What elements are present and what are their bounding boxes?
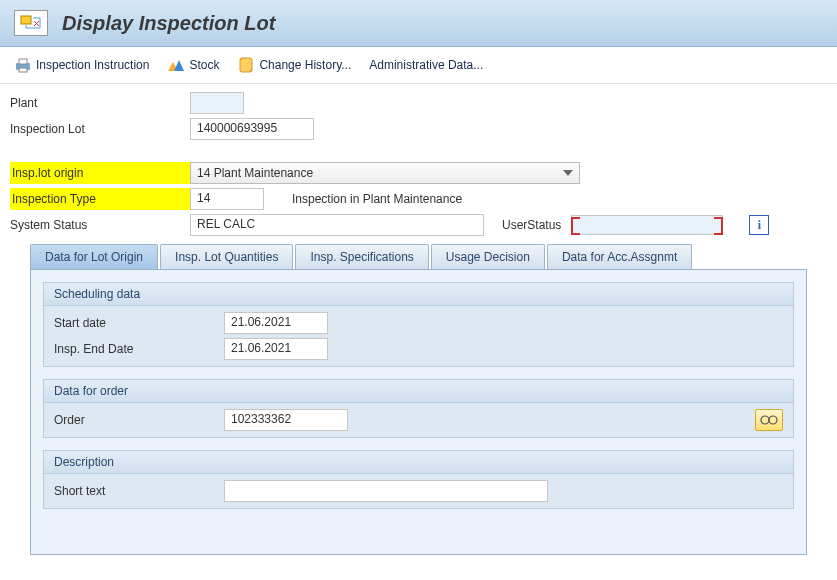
system-status-value: REL CALC <box>190 214 484 236</box>
tab-panel: Scheduling data Start date 21.06.2021 In… <box>30 269 807 555</box>
svg-point-5 <box>761 416 769 424</box>
glasses-icon <box>760 414 778 426</box>
origin-field: Insp.lot origin 14 Plant Maintenance <box>10 160 827 186</box>
stock-button[interactable]: Stock <box>167 56 219 74</box>
origin-dropdown[interactable]: 14 Plant Maintenance <box>190 162 580 184</box>
plant-value <box>190 92 244 114</box>
short-text-label: Short text <box>54 484 224 498</box>
description-group: Description Short text <box>43 450 794 509</box>
chevron-down-icon <box>563 170 573 176</box>
stock-label: Stock <box>189 58 219 72</box>
bracket-right-icon <box>714 217 723 235</box>
end-date-label: Insp. End Date <box>54 342 224 356</box>
admin-data-button[interactable]: Administrative Data... <box>369 58 483 72</box>
printer-icon <box>14 56 32 74</box>
inspection-type-value: 14 <box>190 188 264 210</box>
page-title: Display Inspection Lot <box>62 12 275 35</box>
tab-usage-decision[interactable]: Usage Decision <box>431 244 545 269</box>
title-bar: Display Inspection Lot <box>0 0 837 47</box>
inspection-lot-value: 140000693995 <box>190 118 314 140</box>
info-button[interactable]: i <box>749 215 769 235</box>
app-window: Display Inspection Lot Inspection Instru… <box>0 0 837 580</box>
system-status-label: System Status <box>10 218 190 232</box>
user-status-label: UserStatus <box>502 218 561 232</box>
origin-label: Insp.lot origin <box>10 162 190 184</box>
tab-strip: Data for Lot Origin Insp. Lot Quantities… <box>10 244 827 269</box>
order-group: Data for order Order 102333362 <box>43 379 794 438</box>
change-history-label: Change History... <box>259 58 351 72</box>
tab-data-for-acc-assgnmt[interactable]: Data for Acc.Assgnmt <box>547 244 692 269</box>
inspection-lot-field: Inspection Lot 140000693995 <box>10 116 827 142</box>
app-icon <box>14 10 48 36</box>
admin-data-label: Administrative Data... <box>369 58 483 72</box>
order-detail-button[interactable] <box>755 409 783 431</box>
origin-value: 14 Plant Maintenance <box>197 166 313 180</box>
end-date-value: 21.06.2021 <box>224 338 328 360</box>
inspection-instruction-label: Inspection Instruction <box>36 58 149 72</box>
bracket-left-icon <box>571 217 580 235</box>
tab-data-for-lot-origin[interactable]: Data for Lot Origin <box>30 244 158 269</box>
inspection-instruction-button[interactable]: Inspection Instruction <box>14 56 149 74</box>
start-date-value: 21.06.2021 <box>224 312 328 334</box>
order-label: Order <box>54 413 224 427</box>
short-text-value <box>224 480 548 502</box>
start-date-label: Start date <box>54 316 224 330</box>
plant-field: Plant <box>10 90 827 116</box>
order-group-title: Data for order <box>44 380 793 403</box>
scheduling-group: Scheduling data Start date 21.06.2021 In… <box>43 282 794 367</box>
inspection-type-field: Inspection Type 14 Inspection in Plant M… <box>10 186 827 212</box>
scroll-icon <box>237 56 255 74</box>
system-status-field: System Status REL CALC UserStatus i <box>10 212 827 238</box>
inspection-type-label: Inspection Type <box>10 188 190 210</box>
svg-point-6 <box>769 416 777 424</box>
user-status-value <box>571 215 723 235</box>
description-group-title: Description <box>44 451 793 474</box>
scheduling-group-title: Scheduling data <box>44 283 793 306</box>
inspection-lot-label: Inspection Lot <box>10 122 190 136</box>
svg-rect-3 <box>19 59 27 64</box>
stock-icon <box>167 56 185 74</box>
plant-label: Plant <box>10 96 190 110</box>
change-history-button[interactable]: Change History... <box>237 56 351 74</box>
tab-insp-specifications[interactable]: Insp. Specifications <box>295 244 428 269</box>
content-area: Plant Inspection Lot 140000693995 Insp.l… <box>0 84 837 561</box>
svg-rect-4 <box>19 68 27 72</box>
order-value: 102333362 <box>224 409 348 431</box>
toolbar: Inspection Instruction Stock Change Hist… <box>0 47 837 84</box>
tab-insp-lot-quantities[interactable]: Insp. Lot Quantities <box>160 244 293 269</box>
inspection-type-desc: Inspection in Plant Maintenance <box>292 192 462 206</box>
svg-rect-1 <box>21 16 31 24</box>
